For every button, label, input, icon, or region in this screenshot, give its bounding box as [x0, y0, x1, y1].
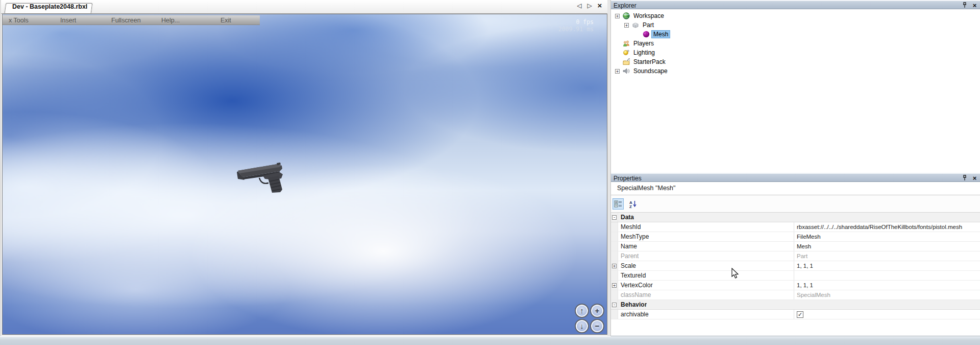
- explorer-panel: Explorer × + Workspace +: [610, 0, 980, 173]
- section-name: Behavior: [618, 300, 647, 309]
- menu-item-help[interactable]: Help...: [161, 17, 180, 24]
- properties-grid: - Data MeshId rbxasset://../../../shared…: [611, 213, 980, 319]
- pistol-mesh-object[interactable]: [236, 160, 289, 196]
- property-name: MeshType: [618, 232, 794, 241]
- document-tab-title[interactable]: Dev - Baseplate2048.rbxl: [12, 3, 87, 10]
- tree-item-starterpack[interactable]: StarterPack: [611, 57, 980, 66]
- tree-item-lighting[interactable]: Lighting: [611, 48, 980, 57]
- camera-up-button[interactable]: ↑: [575, 304, 589, 318]
- camera-zoom-out-button[interactable]: −: [590, 319, 604, 333]
- tree-item-label[interactable]: Workspace: [632, 12, 666, 19]
- tab-scroll-right-icon[interactable]: ▷: [586, 2, 593, 10]
- expand-toggle-icon[interactable]: [615, 41, 620, 46]
- property-value[interactable]: 1, 1, 1: [794, 261, 980, 270]
- property-value[interactable]: FileMesh: [794, 232, 980, 241]
- expand-toggle-icon[interactable]: +: [615, 14, 620, 18]
- menu-item-exit[interactable]: Exit: [220, 17, 231, 24]
- 3d-viewport[interactable]: x Tools Insert Fullscreen Help... Exit 0…: [2, 14, 607, 335]
- property-row-scale[interactable]: + Scale 1, 1, 1: [611, 261, 980, 271]
- tree-item-label[interactable]: Lighting: [632, 49, 656, 56]
- property-name: archivable: [618, 310, 794, 319]
- property-value[interactable]: [794, 271, 980, 280]
- property-value: Part: [794, 251, 980, 261]
- soundscape-icon: [623, 67, 630, 75]
- explorer-titlebar: Explorer ×: [611, 0, 980, 9]
- property-row-archivable[interactable]: archivable ✓: [611, 310, 980, 319]
- properties-toolbar: AZ: [611, 195, 980, 213]
- property-name: VertexColor: [618, 281, 794, 290]
- collapse-icon[interactable]: -: [612, 215, 617, 220]
- camera-down-button[interactable]: ↓: [575, 319, 589, 333]
- section-row-data[interactable]: - Data: [611, 213, 980, 222]
- svg-text:Z: Z: [629, 204, 632, 208]
- menu-item-insert[interactable]: Insert: [60, 17, 76, 24]
- property-value[interactable]: 1, 1, 1: [794, 281, 980, 290]
- menu-item-fullscreen[interactable]: Fullscreen: [111, 17, 141, 24]
- part-icon: [632, 21, 639, 29]
- workspace-icon: [623, 12, 630, 19]
- expand-icon[interactable]: +: [612, 264, 617, 268]
- camera-zoom-in-button[interactable]: +: [590, 304, 604, 318]
- property-value: ✓: [794, 310, 980, 319]
- property-row-meshtype[interactable]: MeshType FileMesh: [611, 232, 980, 242]
- property-value[interactable]: rbxasset://../../../shareddata/RiseOfThe…: [794, 222, 980, 232]
- expand-icon: [612, 312, 617, 317]
- close-icon[interactable]: ×: [971, 2, 978, 9]
- properties-panel: Properties × SpecialMesh "Mesh" AZ: [610, 173, 980, 336]
- tree-item-label[interactable]: Soundscape: [632, 67, 669, 75]
- property-row-classname[interactable]: className SpecialMesh: [611, 290, 980, 300]
- expand-icon[interactable]: +: [612, 283, 617, 288]
- pin-icon[interactable]: [961, 2, 968, 9]
- property-name: className: [618, 290, 794, 300]
- tree-item-soundscape[interactable]: + Soundscape: [611, 66, 980, 76]
- property-name: Name: [618, 242, 794, 251]
- explorer-title: Explorer: [614, 2, 636, 9]
- section-name: Data: [618, 213, 634, 222]
- expand-toggle-icon[interactable]: [615, 60, 620, 64]
- mesh-icon: [643, 31, 650, 38]
- document-area: Dev - Baseplate2048.rbxl ◁ ▷ × x Tools I…: [0, 0, 607, 336]
- tree-item-players[interactable]: Players: [611, 39, 980, 48]
- collapse-icon[interactable]: -: [612, 303, 617, 307]
- expand-toggle-icon[interactable]: +: [624, 23, 629, 28]
- selected-object-label: SpecialMesh "Mesh": [617, 185, 675, 192]
- tree-item-mesh[interactable]: Mesh: [611, 30, 980, 39]
- expand-icon: [612, 244, 617, 249]
- pin-icon[interactable]: [961, 174, 968, 181]
- performance-overlay: 0 fps 2009.91 ms: [558, 18, 594, 33]
- alphabetical-sort-icon[interactable]: AZ: [627, 198, 639, 210]
- selected-object-header: SpecialMesh "Mesh": [611, 182, 980, 195]
- explorer-tree: + Workspace + Part: [611, 11, 980, 173]
- archivable-checkbox[interactable]: ✓: [797, 311, 803, 318]
- tree-item-label[interactable]: Part: [641, 21, 655, 29]
- property-row-parent[interactable]: Parent Part: [611, 251, 980, 261]
- property-row-name[interactable]: Name Mesh: [611, 242, 980, 251]
- tree-item-label[interactable]: Players: [632, 40, 655, 47]
- close-icon[interactable]: ×: [971, 174, 978, 181]
- property-name: Parent: [618, 251, 794, 261]
- tree-item-label[interactable]: StarterPack: [632, 58, 667, 65]
- tab-scroll-left-icon[interactable]: ◁: [576, 2, 583, 10]
- categorized-view-icon[interactable]: [612, 198, 624, 210]
- tree-item-workspace[interactable]: + Workspace: [611, 11, 980, 20]
- tree-item-label[interactable]: Mesh: [652, 31, 670, 38]
- lighting-icon: [623, 49, 630, 56]
- property-row-vertexcolor[interactable]: + VertexColor 1, 1, 1: [611, 281, 980, 290]
- starterpack-icon: [623, 58, 630, 65]
- tree-item-part[interactable]: + Part: [611, 20, 980, 30]
- tab-close-icon[interactable]: ×: [596, 2, 603, 10]
- property-value[interactable]: Mesh: [794, 242, 980, 251]
- frame-time: 2009.91 ms: [558, 26, 594, 33]
- property-name: MeshId: [618, 222, 794, 232]
- camera-nav-cluster: ↑ + ↓ −: [575, 304, 605, 334]
- expand-toggle-icon[interactable]: +: [615, 69, 620, 74]
- menu-item-tools[interactable]: x Tools: [9, 17, 29, 24]
- properties-titlebar: Properties ×: [611, 173, 980, 182]
- dock-panels: Explorer × + Workspace +: [610, 0, 980, 336]
- fps-counter: 0 fps: [558, 18, 594, 26]
- expand-toggle-icon[interactable]: [615, 51, 620, 55]
- property-row-meshid[interactable]: MeshId rbxasset://../../../shareddata/Ri…: [611, 222, 980, 232]
- property-row-textureid[interactable]: TextureId: [611, 271, 980, 281]
- expand-icon: [612, 254, 617, 259]
- section-row-behavior[interactable]: - Behavior: [611, 300, 980, 310]
